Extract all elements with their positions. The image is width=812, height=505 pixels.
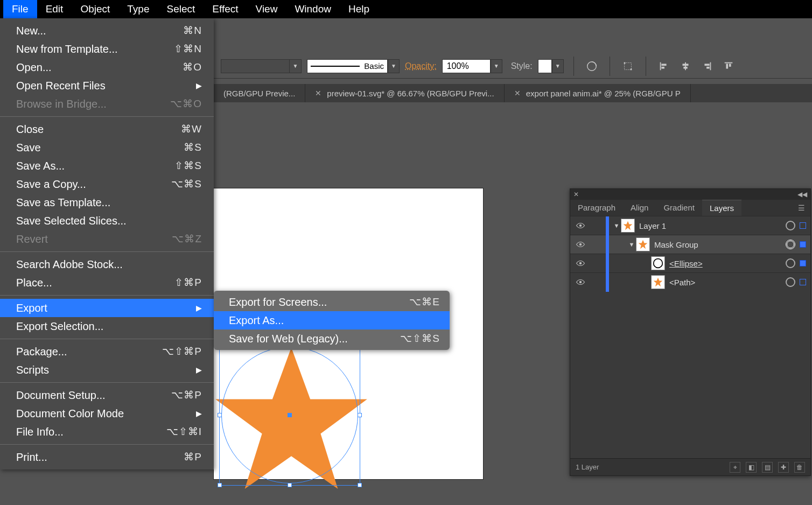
menu-item[interactable]: Export▶ — [0, 299, 214, 317]
stroke-preset[interactable]: Basic — [307, 59, 388, 73]
style-chevron[interactable]: ▼ — [552, 59, 564, 73]
menu-item[interactable]: Open...⌘O — [0, 58, 214, 76]
menubar-item-file[interactable]: File — [3, 0, 37, 18]
menu-item[interactable]: Save Selected Slices... — [0, 212, 214, 230]
document-tab[interactable]: (RGB/GPU Previe... — [214, 84, 305, 102]
menu-item[interactable]: Place...⇧⌘P — [0, 273, 214, 292]
menubar-item-edit[interactable]: Edit — [37, 0, 72, 18]
panel-tab-align[interactable]: Align — [623, 200, 656, 216]
layer-name[interactable]: <Ellipse> — [669, 259, 786, 268]
transform-icon[interactable] — [620, 58, 636, 74]
target-icon[interactable] — [786, 240, 795, 249]
panel-menu-icon[interactable]: ☰ — [793, 204, 810, 212]
target-icon[interactable] — [786, 258, 795, 268]
menu-item[interactable]: Export Selection... — [0, 317, 214, 335]
align-top-icon[interactable] — [720, 58, 737, 74]
menu-item-label: Browse in Bridge... — [16, 96, 107, 111]
visibility-toggle[interactable] — [570, 279, 591, 285]
menu-item[interactable]: Document Setup...⌥⌘P — [0, 386, 214, 404]
menubar-item-object[interactable]: Object — [72, 0, 118, 18]
opacity-input[interactable]: 100% — [442, 59, 491, 73]
selection-handle[interactable] — [288, 483, 292, 487]
panel-tab-gradient[interactable]: Gradient — [656, 200, 702, 216]
close-icon[interactable]: ✕ — [315, 89, 321, 97]
layer-row[interactable]: <Ellipse> — [570, 254, 810, 272]
align-right-icon[interactable] — [699, 58, 715, 74]
selection-handle[interactable] — [358, 483, 362, 487]
menu-item[interactable]: Export As... — [214, 311, 450, 329]
menu-item[interactable]: Open Recent Files▶ — [0, 76, 214, 95]
menubar-item-effect[interactable]: Effect — [204, 0, 247, 18]
visibility-toggle[interactable] — [570, 260, 591, 266]
fill-stroke-dropdown[interactable]: ▼ — [221, 59, 302, 73]
panel-tabs: ParagraphAlignGradientLayers☰ — [570, 200, 810, 216]
visibility-toggle[interactable] — [570, 222, 591, 229]
panel-tab-layers[interactable]: Layers — [702, 200, 741, 216]
menubar-item-select[interactable]: Select — [158, 0, 204, 18]
menu-item[interactable]: New from Template...⇧⌘N — [0, 40, 214, 58]
target-icon[interactable] — [786, 277, 795, 287]
menu-item[interactable]: Document Color Mode▶ — [0, 404, 214, 423]
menu-shortcut: ⌥⌘E — [409, 294, 440, 310]
layer-row[interactable]: ▼Mask Group — [570, 235, 810, 254]
menu-item[interactable]: Package...⌥⇧⌘P — [0, 342, 214, 361]
menu-item[interactable]: Save as Template... — [0, 193, 214, 212]
selection-indicator[interactable] — [800, 279, 806, 285]
new-sublayer-icon[interactable]: ▤ — [762, 462, 773, 473]
disclosure-triangle-icon[interactable]: ▼ — [612, 222, 621, 229]
panel-titlebar[interactable]: ✕ ◀◀ — [570, 189, 810, 200]
align-left-icon[interactable] — [656, 58, 672, 74]
visibility-toggle[interactable] — [570, 241, 591, 248]
stroke-preset-chevron[interactable]: ▼ — [388, 59, 400, 73]
menu-item[interactable]: Scripts▶ — [0, 361, 214, 379]
menubar-item-type[interactable]: Type — [118, 0, 158, 18]
close-icon[interactable]: ✕ — [573, 191, 579, 198]
document-tab[interactable]: ✕preview-01.svg* @ 66.67% (RGB/GPU Previ… — [305, 84, 504, 102]
menu-item[interactable]: Export for Screens...⌥⌘E — [214, 293, 450, 311]
menubar-item-help[interactable]: Help — [340, 0, 378, 18]
locate-object-icon[interactable]: ⌖ — [730, 462, 740, 473]
svg-marker-18 — [624, 221, 633, 230]
menu-item[interactable]: Save for Web (Legacy)...⌥⇧⌘S — [214, 329, 450, 348]
close-icon[interactable]: ✕ — [514, 89, 521, 97]
menu-item[interactable]: Close⌘W — [0, 120, 214, 138]
target-icon[interactable] — [786, 221, 795, 230]
layer-row[interactable]: <Path> — [570, 272, 810, 291]
menubar-item-view[interactable]: View — [247, 0, 286, 18]
selection-handle[interactable] — [358, 413, 362, 417]
selection-handle[interactable] — [218, 483, 222, 487]
new-layer-icon[interactable]: ✚ — [778, 462, 789, 473]
selection-center[interactable] — [288, 413, 292, 417]
selection-indicator[interactable] — [800, 241, 806, 248]
menu-item[interactable]: File Info...⌥⇧⌘I — [0, 423, 214, 441]
menu-item[interactable]: Save⌘S — [0, 138, 214, 157]
document-tab[interactable]: ✕export panel anim.ai* @ 25% (RGB/GPU P — [505, 84, 691, 102]
selection-indicator[interactable] — [800, 260, 806, 266]
panel-tab-paragraph[interactable]: Paragraph — [570, 200, 623, 216]
menu-item: Browse in Bridge...⌥⌘O — [0, 95, 214, 113]
opacity-label[interactable]: Opacity: — [405, 61, 437, 71]
make-clipping-mask-icon[interactable]: ◧ — [746, 462, 757, 473]
layer-name[interactable]: Layer 1 — [639, 221, 786, 230]
style-swatch[interactable] — [538, 59, 552, 73]
menu-item[interactable]: New...⌘N — [0, 22, 214, 40]
menu-item-label: Save — [16, 140, 41, 155]
selection-handle[interactable] — [218, 413, 222, 417]
menubar-item-window[interactable]: Window — [286, 0, 340, 18]
layer-row[interactable]: ▼Layer 1 — [570, 216, 810, 235]
menu-item[interactable]: Search Adobe Stock... — [0, 255, 214, 273]
menu-item[interactable]: Save As...⇧⌘S — [0, 157, 214, 175]
disclosure-triangle-icon[interactable]: ▼ — [627, 241, 636, 248]
svg-rect-5 — [661, 64, 666, 66]
layer-name[interactable]: <Path> — [669, 278, 786, 287]
layer-name[interactable]: Mask Group — [654, 240, 786, 249]
opacity-chevron[interactable]: ▼ — [491, 59, 502, 73]
menu-item[interactable]: Save a Copy...⌥⌘S — [0, 175, 214, 193]
selection-indicator[interactable] — [800, 222, 806, 229]
selection-bounds[interactable] — [219, 345, 360, 486]
delete-layer-icon[interactable]: 🗑 — [794, 462, 805, 473]
align-hcenter-icon[interactable] — [677, 58, 694, 74]
collapse-icon[interactable]: ◀◀ — [797, 191, 807, 198]
menu-item[interactable]: Print...⌘P — [0, 448, 214, 466]
recolor-icon[interactable] — [584, 58, 600, 74]
